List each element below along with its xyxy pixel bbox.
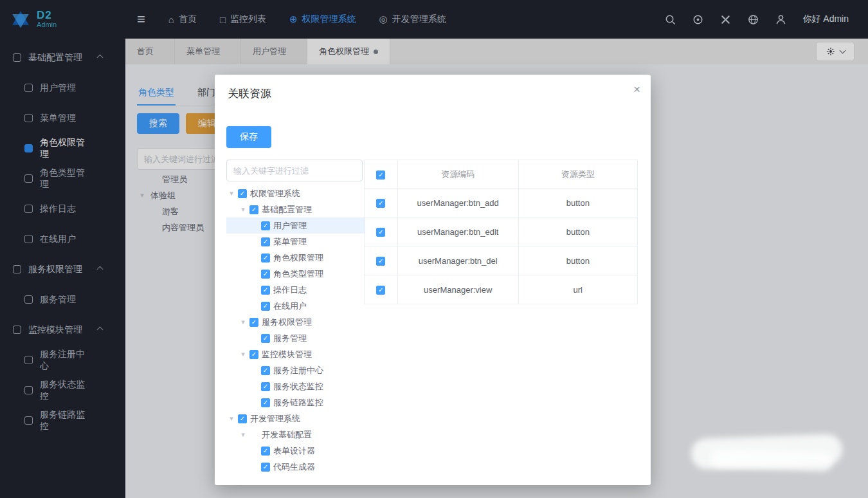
expand-caret-icon[interactable]: ▾ xyxy=(238,350,248,358)
tree-checkbox[interactable]: ✓ xyxy=(261,382,270,391)
check-icon: ✓ xyxy=(240,416,245,422)
check-icon: ✓ xyxy=(263,383,268,390)
column-header-resource-code: 资源编码 xyxy=(397,160,518,189)
check-icon: ✓ xyxy=(378,258,383,264)
tree-node[interactable]: ▾ ✓ 代码生成器 xyxy=(226,459,365,475)
check-icon: ✓ xyxy=(378,200,383,207)
save-button[interactable]: 保存 xyxy=(226,126,271,148)
tree-node-label: 代码生成器 xyxy=(273,461,315,473)
tree-node-label: 用户管理 xyxy=(273,220,307,232)
tree-node-label: 表单设计器 xyxy=(273,445,315,457)
tree-node-label: 菜单管理 xyxy=(273,236,307,248)
table-row: ✓ userManager:view url xyxy=(365,275,638,304)
column-header-resource-type: 资源类型 xyxy=(518,160,637,189)
check-icon: ✓ xyxy=(251,207,257,213)
tree-node[interactable]: ▾ ✓ 服务注册中心 xyxy=(226,362,365,378)
tree-checkbox[interactable]: ✓ xyxy=(261,334,270,343)
row-checkbox[interactable]: ✓ xyxy=(376,286,385,295)
tree-checkbox[interactable]: ✓ xyxy=(261,286,270,295)
tree-checkbox[interactable]: ✓ xyxy=(249,350,258,359)
table-row: ✓ userManager:btn_edit button xyxy=(365,217,638,246)
resource-type-cell: button xyxy=(518,246,637,275)
tree-node[interactable]: ▾ ✓ 服务状态监控 xyxy=(226,378,365,394)
tree-node-label: 服务管理 xyxy=(273,333,307,344)
check-icon: ✓ xyxy=(251,351,257,358)
check-icon: ✓ xyxy=(263,335,268,342)
tree-node[interactable]: ▾ ✓ 服务链路监控 xyxy=(226,394,365,410)
select-all-checkbox[interactable]: ✓ xyxy=(376,171,385,180)
tree-node-label: 操作日志 xyxy=(273,284,307,296)
app-root: D2 Admin ≡ ⌂ 首页 □ 监控列表 ⊕ 权限管理系统 xyxy=(0,0,868,498)
tree-node[interactable]: ▾ ✓ 基础配置管理 xyxy=(226,201,365,217)
resource-tree: ▾ ✓ 权限管理系统 ▾ ✓ 基础配置管理 ▾ ✓ 用户管理 ▾ xyxy=(226,185,365,475)
tree-checkbox[interactable]: ✓ xyxy=(238,414,247,423)
tree-node[interactable]: ▾ ✓ 操作日志 xyxy=(226,282,365,298)
resource-code-cell: userManager:btn_del xyxy=(397,246,518,275)
resource-type-cell: button xyxy=(518,217,637,246)
tree-node[interactable]: ▾ ✓ 表单设计器 xyxy=(226,443,365,459)
tree-node-label: 基础配置管理 xyxy=(262,204,312,216)
tree-node[interactable]: ▾ ✓ 角色权限管理 xyxy=(226,250,365,266)
check-icon: ✓ xyxy=(263,303,268,309)
resource-code-cell: userManager:view xyxy=(397,275,518,304)
tree-checkbox[interactable]: ✓ xyxy=(261,366,270,375)
tree-node-label: 监控模块管理 xyxy=(262,349,312,360)
tree-node-label: 在线用户 xyxy=(273,300,307,312)
tree-node-label: 服务权限管理 xyxy=(262,317,312,328)
tree-checkbox[interactable]: ✓ xyxy=(238,189,247,198)
expand-caret-icon[interactable]: ▾ xyxy=(238,318,248,326)
check-icon: ✓ xyxy=(378,172,383,178)
check-icon: ✓ xyxy=(263,464,268,470)
table-row: ✓ userManager:btn_add button xyxy=(365,189,638,217)
table-row: ✓ userManager:btn_del button xyxy=(365,246,638,275)
tree-checkbox[interactable]: ✓ xyxy=(261,463,270,472)
check-icon: ✓ xyxy=(263,400,268,406)
tree-checkbox[interactable]: ✓ xyxy=(261,447,270,456)
check-icon: ✓ xyxy=(263,448,268,454)
expand-caret-icon[interactable]: ▾ xyxy=(226,189,237,198)
expand-caret-icon[interactable]: ▾ xyxy=(238,205,248,214)
resource-code-cell: userManager:btn_edit xyxy=(397,217,518,246)
check-icon: ✓ xyxy=(263,367,268,374)
check-icon: ✓ xyxy=(263,255,268,261)
dialog-title: 关联资源 xyxy=(228,86,271,101)
expand-caret-icon[interactable]: ▾ xyxy=(226,414,237,423)
tree-node[interactable]: ▾ ✓ 服务管理 xyxy=(226,330,365,346)
associate-resource-dialog: 关联资源 × 保存 ▾ ✓ 权限管理系统 ▾ ✓ 基础配置管理 ▾ xyxy=(215,75,651,485)
resource-filter-input[interactable] xyxy=(226,160,363,181)
tree-checkbox[interactable]: ✓ xyxy=(261,254,270,263)
tree-node[interactable]: ▾ ✓ 服务权限管理 xyxy=(226,314,365,330)
check-icon: ✓ xyxy=(378,287,383,293)
tree-node-label: 角色类型管理 xyxy=(273,268,323,280)
tree-node[interactable]: ▾ ✓ 菜单管理 xyxy=(226,234,365,250)
check-icon: ✓ xyxy=(263,287,268,293)
tree-checkbox[interactable]: ✓ xyxy=(261,237,270,246)
resource-type-cell: url xyxy=(518,275,637,304)
tree-checkbox[interactable]: ✓ xyxy=(261,270,270,279)
expand-caret-icon[interactable]: ▾ xyxy=(238,430,248,439)
row-checkbox[interactable]: ✓ xyxy=(376,228,385,237)
tree-checkbox[interactable]: ✓ xyxy=(261,302,270,311)
resource-type-cell: button xyxy=(518,189,637,217)
row-checkbox[interactable]: ✓ xyxy=(376,257,385,266)
tree-node[interactable]: ▾ ✓ 开发基础配置 xyxy=(226,427,365,443)
tree-node-label: 角色权限管理 xyxy=(273,252,323,264)
tree-node[interactable]: ▾ ✓ 在线用户 xyxy=(226,298,365,314)
check-icon: ✓ xyxy=(251,319,257,326)
tree-node[interactable]: ▾ ✓ 开发管理系统 xyxy=(226,410,365,427)
close-icon[interactable]: × xyxy=(633,82,640,97)
tree-checkbox[interactable]: ✓ xyxy=(261,221,270,230)
tree-checkbox[interactable]: ✓ xyxy=(249,205,258,214)
tree-checkbox[interactable]: ✓ xyxy=(261,398,270,407)
tree-node-label: 服务注册中心 xyxy=(273,365,323,376)
tree-node[interactable]: ▾ ✓ 角色类型管理 xyxy=(226,266,365,282)
resource-table: ✓ 资源编码 资源类型 ✓ userManager:btn_add button… xyxy=(364,160,638,304)
tree-node[interactable]: ▾ ✓ 监控模块管理 xyxy=(226,346,365,362)
table-header-row: ✓ 资源编码 资源类型 xyxy=(365,160,638,189)
resource-code-cell: userManager:btn_add xyxy=(397,189,518,217)
tree-node[interactable]: ▾ ✓ 权限管理系统 xyxy=(226,185,365,201)
row-checkbox[interactable]: ✓ xyxy=(376,199,385,208)
tree-checkbox[interactable]: ✓ xyxy=(249,318,258,327)
tree-node-label: 开发基础配置 xyxy=(262,429,312,441)
tree-node[interactable]: ▾ ✓ 用户管理 xyxy=(226,217,365,234)
